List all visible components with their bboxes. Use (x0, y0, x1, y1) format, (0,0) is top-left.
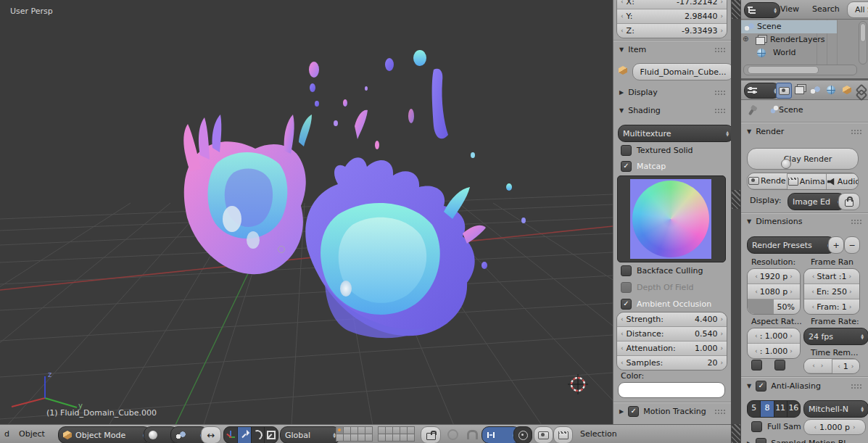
panel-grip-icon[interactable] (714, 47, 725, 53)
tab-constraints[interactable] (856, 83, 868, 97)
tab-render-layers[interactable] (792, 83, 806, 97)
proportional-edit-button[interactable] (444, 426, 461, 442)
step-left-icon[interactable]: ‹ (620, 0, 624, 5)
collapse-icon[interactable]: ▼ (747, 128, 751, 135)
lock-interface-button[interactable] (838, 193, 860, 210)
object-name-field[interactable]: Fluid_Domain_Cube... (632, 63, 732, 80)
aspect-x-field[interactable]: ‹: 1.000› (748, 328, 800, 343)
sampled-motion-blur-checkbox[interactable] (756, 438, 766, 443)
outliner-menu-search[interactable]: Search (812, 4, 840, 14)
location-y-field[interactable]: ‹ Y: 2.98440 › (617, 9, 727, 23)
aa-samples-5[interactable]: 5 (748, 401, 760, 417)
aspect-y-field[interactable]: ‹: 1.000› (748, 343, 800, 358)
outliner-filter-dropdown[interactable]: All S (847, 1, 868, 18)
lock-to-scene-button[interactable] (421, 426, 441, 443)
outliner-item-renderlayers[interactable]: ⊕ RenderLayers (741, 33, 868, 46)
textured-solid-checkbox[interactable]: Textured Solid (621, 145, 693, 156)
outliner-hscrollbar[interactable] (743, 65, 857, 75)
3d-viewport[interactable]: User Persp z y (1) Fluid_Domain_Cube.000 (0, 0, 613, 424)
filter-size-field[interactable]: ‹1.000 p› (803, 419, 866, 435)
outliner-menu-view[interactable]: View (780, 4, 799, 14)
matcap-preview[interactable] (617, 175, 726, 262)
aa-samples-16[interactable]: 16 (787, 401, 800, 417)
shading-mode-dropdown[interactable]: Multitexture ▲▼ (618, 125, 732, 142)
panel-grip-icon[interactable] (851, 129, 861, 135)
aa-filter-dropdown[interactable]: Mitchell-N ▲▼ (803, 400, 868, 418)
display-panel-header[interactable]: ▶ Display (619, 88, 727, 97)
step-left-icon[interactable]: ‹ (620, 28, 624, 34)
opengl-render-button[interactable] (534, 426, 553, 443)
editor-type-dropdown[interactable]: ▲▼ (744, 83, 780, 99)
manipulator-rotate-button[interactable] (251, 427, 265, 443)
tab-object[interactable] (840, 83, 854, 97)
matcap-checkbox[interactable]: ✓Matcap (621, 161, 666, 172)
tab-render[interactable] (776, 83, 792, 99)
remap-old-field[interactable]: ‹› (804, 359, 832, 373)
area-corner-icon[interactable] (732, 190, 740, 209)
anti-aliasing-panel-header[interactable]: ▼ ✓ Anti-Aliasing (747, 381, 863, 392)
snap-target-button[interactable] (513, 426, 532, 443)
snap-toggle-button[interactable] (464, 426, 480, 442)
step-right-icon[interactable]: › (719, 13, 724, 20)
menu-truncated[interactable]: d (4, 429, 9, 439)
manipulator-scale-button[interactable] (264, 427, 278, 443)
shading-panel-header[interactable]: ▼ Shading (619, 106, 727, 115)
ao-strength-field[interactable]: ‹Strength: 4.400› (617, 312, 727, 326)
render-display-dropdown[interactable]: Image Ed ▲▼ (788, 193, 846, 210)
editor-type-dropdown[interactable]: ▲▼ (744, 2, 780, 18)
panel-grip-icon[interactable] (714, 409, 725, 415)
dimensions-panel-header[interactable]: ▼ Dimensions (747, 217, 863, 226)
frame-step-field[interactable]: ‹Fram: 1› (804, 299, 859, 314)
outliner-item-scene[interactable]: Scene (741, 20, 837, 33)
backface-culling-checkbox[interactable]: Backface Culling (621, 265, 703, 276)
resolution-x-field[interactable]: ‹1920 p› (748, 269, 800, 283)
collapse-icon[interactable]: ▼ (747, 218, 751, 225)
resolution-scale-slider[interactable]: 50% (748, 299, 800, 314)
crop-checkbox[interactable] (774, 360, 785, 370)
tab-world[interactable] (824, 83, 838, 97)
resolution-y-field[interactable]: ‹1080 p› (748, 283, 800, 299)
render-panel-header[interactable]: ▼ Render (747, 127, 863, 136)
render-presets-dropdown[interactable]: Render Presets ▲▼ (747, 236, 835, 254)
collapse-icon[interactable]: ▶ (619, 89, 624, 96)
outliner-vscrollbar[interactable] (859, 21, 867, 65)
location-x-field[interactable]: ‹ X: -17.32142 › (617, 0, 727, 9)
sampled-motion-blur-panel-header[interactable]: ▶ Sampled Motion Bl (747, 438, 863, 443)
motion-tracking-checkbox[interactable]: ✓ (628, 406, 639, 417)
motion-tracking-panel-header[interactable]: ▶ ✓ Motion Tracking (619, 406, 727, 417)
panel-grip-icon[interactable] (851, 384, 861, 389)
pin-icon[interactable] (748, 109, 754, 116)
step-right-icon[interactable]: › (719, 28, 724, 34)
collapse-icon[interactable]: ▼ (747, 383, 751, 389)
item-panel-header[interactable]: ▼ Item (619, 45, 727, 54)
render-still-button[interactable]: Rende (748, 173, 787, 189)
anti-aliasing-checkbox[interactable]: ✓ (756, 381, 766, 392)
layers-grid-left[interactable] (336, 427, 373, 442)
panel-grip-icon[interactable] (851, 219, 861, 225)
location-z-field[interactable]: ‹ Z: -9.33493 › (617, 23, 727, 38)
layers-grid-right[interactable] (379, 427, 415, 442)
panel-grip-icon[interactable] (714, 90, 725, 96)
frame-rate-dropdown[interactable]: 24 fps ▲▼ (803, 328, 868, 345)
collapse-icon[interactable]: ▼ (619, 107, 624, 114)
ambient-occlusion-checkbox[interactable]: ✓Ambient Occlusion (621, 299, 711, 310)
ao-attenuation-field[interactable]: ‹Attenuation: 1.000› (617, 341, 727, 355)
menu-object[interactable]: Object (19, 429, 45, 439)
step-right-icon[interactable]: › (719, 0, 724, 5)
opengl-render-anim-button[interactable] (553, 426, 573, 443)
aa-samples-11[interactable]: 11 (774, 401, 787, 417)
render-audio-button[interactable]: Audio (826, 173, 859, 189)
ao-distance-field[interactable]: ‹Distance: 0.540› (617, 326, 727, 341)
border-checkbox[interactable] (751, 360, 762, 370)
background-color-swatch[interactable] (618, 382, 725, 398)
collapse-icon[interactable]: ▶ (619, 408, 624, 415)
frame-start-field[interactable]: ‹Start :1› (804, 269, 859, 283)
remap-new-field[interactable]: ‹1› (832, 359, 860, 373)
viewport-canvas[interactable] (0, 0, 613, 424)
area-divider[interactable] (731, 0, 741, 443)
tab-scene[interactable] (808, 83, 822, 97)
outliner-item-world[interactable]: World (741, 46, 868, 59)
area-corner-icon[interactable] (732, 424, 740, 443)
manipulator-translate-button[interactable] (237, 427, 251, 443)
render-animation-button[interactable]: Anima (787, 173, 826, 189)
